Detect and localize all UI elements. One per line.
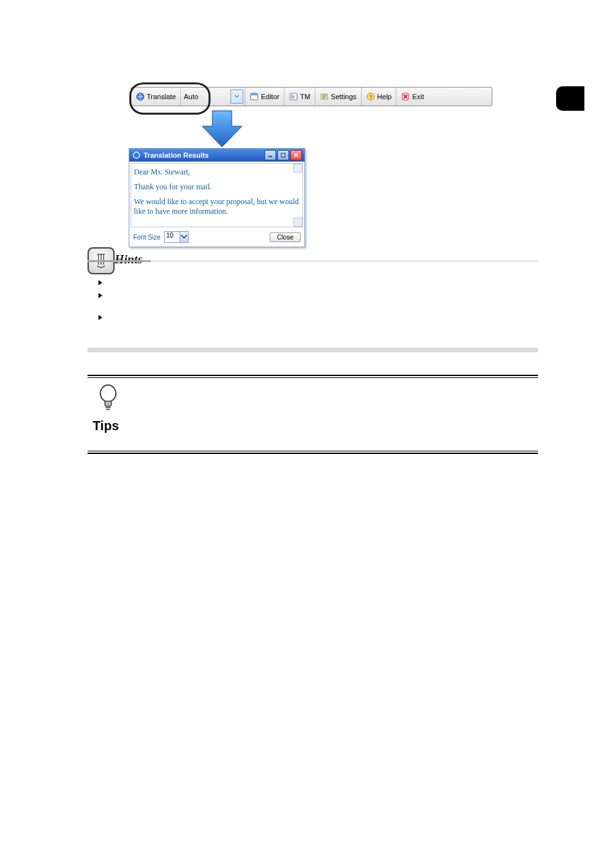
exit-label: Exit — [412, 93, 423, 100]
translate-button[interactable]: Translate — [131, 88, 181, 106]
direction-value: Auto — [183, 93, 198, 100]
list-item — [98, 278, 538, 288]
down-arrow-annotation — [200, 109, 245, 148]
font-size-dropdown[interactable]: 10 — [164, 231, 189, 243]
scroll-down-button[interactable] — [293, 218, 302, 227]
exit-icon — [401, 92, 410, 101]
tips-icon — [94, 383, 122, 417]
hints-heading: Hints — [115, 252, 142, 267]
font-size-control: Font Size 10 — [133, 231, 189, 243]
toolbar: Translate Auto Editor TM — [131, 87, 492, 106]
app-icon — [132, 151, 141, 160]
chevron-down-icon — [230, 90, 243, 104]
hints-bottom-rule — [88, 348, 538, 352]
help-label: Help — [377, 93, 392, 100]
svg-point-9 — [134, 153, 139, 158]
tm-label: TM — [300, 93, 310, 100]
hints-rule — [88, 260, 538, 262]
chevron-down-icon — [180, 232, 188, 242]
translate-label: Translate — [147, 93, 176, 100]
toolbar-inner: Translate Auto Editor TM — [131, 87, 492, 106]
list-item — [98, 313, 538, 323]
hint-text-1 — [111, 278, 538, 288]
translation-results-window: Translation Results Dear Ms. Stewart, Th… — [129, 148, 305, 247]
results-footer: Font Size 10 Close — [129, 229, 304, 247]
editor-label: Editor — [261, 93, 279, 100]
settings-label: Settings — [331, 93, 357, 100]
bullet-arrow-icon — [98, 313, 104, 323]
hint-text-2 — [111, 291, 538, 301]
hints-list — [98, 278, 538, 326]
svg-rect-2 — [251, 93, 258, 95]
scroll-up-button[interactable] — [293, 164, 302, 173]
hint-text-3 — [111, 313, 538, 323]
close-window-button[interactable] — [290, 150, 302, 160]
editor-button[interactable]: Editor — [245, 88, 284, 106]
font-size-value: 10 — [166, 232, 173, 239]
minimize-button[interactable] — [265, 150, 276, 160]
result-line-2: Thank you for your mail. — [134, 182, 300, 192]
tips-heading: Tips — [93, 419, 119, 433]
window-controls — [265, 150, 302, 160]
settings-button[interactable]: Settings — [315, 88, 362, 106]
bullet-arrow-icon — [98, 291, 104, 301]
settings-icon — [320, 92, 329, 101]
result-line-3: We would like to accept your proposal, b… — [134, 197, 300, 216]
tips-rule-bottom — [88, 451, 538, 454]
result-line-1: Dear Ms. Stewart, — [134, 167, 300, 177]
bullet-arrow-icon — [98, 278, 104, 288]
tips-rule-top — [88, 375, 538, 378]
window-title: Translation Results — [144, 151, 262, 159]
close-button[interactable]: Close — [270, 232, 301, 242]
maximize-button[interactable] — [277, 150, 289, 160]
help-icon: ? — [366, 92, 375, 101]
direction-dropdown[interactable]: Auto — [181, 88, 245, 106]
font-size-label: Font Size — [133, 234, 160, 241]
tm-button[interactable]: TM — [284, 88, 315, 106]
svg-point-11 — [100, 385, 116, 402]
help-button[interactable]: ? Help — [362, 88, 397, 106]
results-body: Dear Ms. Stewart, Thank you for your mai… — [131, 163, 303, 227]
title-bar[interactable]: Translation Results — [129, 149, 304, 162]
editor-icon — [250, 92, 259, 101]
document-page: Translate Auto Editor TM — [0, 0, 614, 868]
exit-button[interactable]: Exit — [396, 88, 428, 106]
list-item — [98, 291, 538, 301]
tm-icon — [289, 92, 298, 101]
side-tab — [556, 86, 584, 111]
globe-icon — [136, 92, 145, 101]
svg-text:?: ? — [369, 94, 372, 100]
svg-rect-10 — [281, 153, 285, 157]
